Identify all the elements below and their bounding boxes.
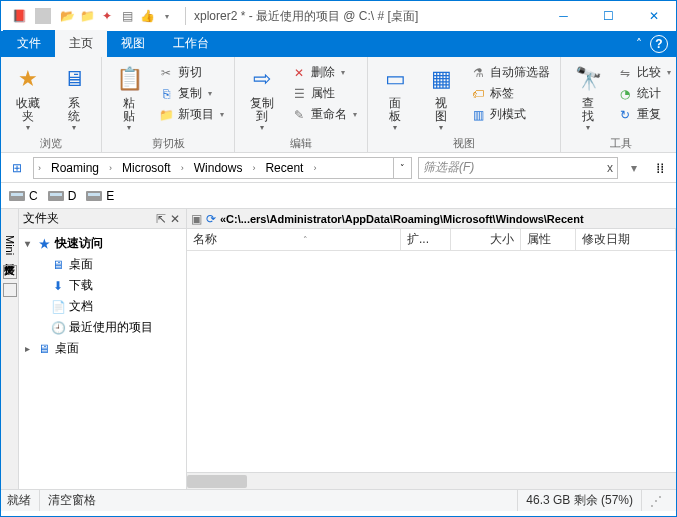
stats-button[interactable]: ◔统计	[613, 84, 675, 103]
tree-quick-access[interactable]: ▾★快速访问	[21, 233, 184, 254]
properties-icon: ☰	[291, 86, 307, 102]
thumbs-up-icon[interactable]: 👍	[139, 8, 155, 24]
drive-bar: C D E	[1, 183, 676, 209]
view-button[interactable]: ▦ 视 图 ▾	[420, 61, 462, 132]
favorites-button[interactable]: ★ 收藏 夹 ▾	[7, 61, 49, 132]
copyto-icon: ⇨	[246, 63, 278, 95]
repeat-button[interactable]: ↻重复	[613, 105, 675, 124]
window-title: xplorer2 * - 最近使用的项目 @ C:\ # [桌面]	[190, 8, 541, 25]
drive-c[interactable]: C	[9, 189, 38, 203]
horizontal-scrollbar[interactable]	[187, 472, 676, 489]
close-button[interactable]: ✕	[631, 1, 676, 31]
tree-desktop-root[interactable]: ▸🖥桌面	[21, 338, 184, 359]
refresh-icon[interactable]: ⟳	[206, 212, 216, 226]
status-disk: 46.3 GB 剩余 (57%)	[517, 490, 641, 511]
maximize-button[interactable]: ☐	[586, 1, 631, 31]
rename-icon: ✎	[291, 107, 307, 123]
compare-icon: ⇋	[617, 65, 633, 81]
tab-view[interactable]: 视图	[107, 30, 159, 57]
drive-d[interactable]: D	[48, 189, 77, 203]
view-icon: ▦	[425, 63, 457, 95]
tab-home[interactable]: 主页	[55, 30, 107, 57]
clear-filter-icon[interactable]: x	[607, 161, 613, 175]
compare-button[interactable]: ⇋比较▾	[613, 63, 675, 82]
close-pane-icon[interactable]: ✕	[168, 212, 182, 226]
path-bar: ▣ ⟳ «C:\...ers\Administrator\AppData\Roa…	[187, 209, 676, 229]
cut-button[interactable]: ✂剪切	[154, 63, 228, 82]
star-icon: ★	[12, 63, 44, 95]
copyto-button[interactable]: ⇨ 复制 到 ▾	[241, 61, 283, 132]
pin-icon[interactable]: ⇱	[154, 212, 168, 226]
help-button[interactable]: ?	[650, 35, 668, 53]
tree-desktop[interactable]: 🖥桌面	[21, 254, 184, 275]
status-clear[interactable]: 清空窗格	[39, 490, 104, 511]
ribbon-collapse-icon[interactable]: ˄	[628, 37, 650, 51]
new-item-button[interactable]: 📁新项目▾	[154, 105, 228, 124]
ribbon: ★ 收藏 夹 ▾ 🖥 系 统 ▾ 浏览 📋 粘 贴 ▾ ✂剪切 ⎘复制▾ 📁新项…	[1, 57, 676, 153]
drive-e[interactable]: E	[86, 189, 114, 203]
crumb-microsoft[interactable]: Microsoft	[116, 158, 177, 178]
group-tools: 🔭 查 找 ▾ ⇋比较▾ ◔统计 ↻重复 工具	[561, 57, 677, 152]
tree-documents[interactable]: 📄文档	[21, 296, 184, 317]
funnel-icon: ⚗	[470, 65, 486, 81]
qat-dropdown-icon[interactable]: ▾	[159, 8, 175, 24]
properties-button[interactable]: ☰属性	[287, 84, 361, 103]
file-list[interactable]	[187, 251, 676, 472]
column-headers: 名称˄ 扩... 大小 属性 修改日期	[187, 229, 676, 251]
status-ready: 就绪	[7, 492, 31, 509]
crumb-windows[interactable]: Windows	[188, 158, 249, 178]
filter-input[interactable]: 筛选器(F) x	[418, 157, 618, 179]
wand-icon[interactable]: ✦	[99, 8, 115, 24]
tab-workbench[interactable]: 工作台	[159, 30, 223, 57]
sidebar-slot-icon[interactable]	[3, 265, 17, 279]
system-button[interactable]: 🖥 系 统 ▾	[53, 61, 95, 132]
copy-button[interactable]: ⎘复制▾	[154, 84, 228, 103]
paste-button[interactable]: 📋 粘 贴 ▾	[108, 61, 150, 132]
breadcrumb-dropdown[interactable]: ˅	[393, 158, 411, 178]
chevron-icon[interactable]: ›	[34, 163, 45, 173]
find-button[interactable]: 🔭 查 找 ▾	[567, 61, 609, 132]
group-label: 视图	[368, 136, 560, 154]
color-grid-icon[interactable]: ⁞⁞	[650, 160, 670, 176]
sidebar-slot-icon[interactable]	[3, 283, 17, 297]
col-size[interactable]: 大小	[451, 229, 521, 250]
delete-button[interactable]: ✕删除▾	[287, 63, 361, 82]
folder-icon[interactable]: ▣	[191, 212, 202, 226]
folder-tree[interactable]: ▾★快速访问 🖥桌面 ⬇下载 📄文档 🕘最近使用的项目 ▸🖥桌面	[19, 229, 186, 489]
new-folder-icon: 📁	[158, 107, 174, 123]
tags-button[interactable]: 🏷标签	[466, 84, 554, 103]
autofilter-button[interactable]: ⚗自动筛选器	[466, 63, 554, 82]
rename-button[interactable]: ✎重命名▾	[287, 105, 361, 124]
minimize-button[interactable]: ─	[541, 1, 586, 31]
folder-tree-pane: 文件夹 ⇱ ✕ ▾★快速访问 🖥桌面 ⬇下载 📄文档 🕘最近使用的项目 ▸🖥桌面	[19, 209, 187, 489]
note-icon[interactable]: ▤	[119, 8, 135, 24]
breadcrumb-bar[interactable]: › Roaming› Microsoft› Windows› Recent› ˅	[33, 157, 412, 179]
nav-row: ⊞ › Roaming› Microsoft› Windows› Recent›…	[1, 153, 676, 183]
col-modified[interactable]: 修改日期	[576, 229, 676, 250]
col-ext[interactable]: 扩...	[401, 229, 451, 250]
status-resize-grip[interactable]: ⋰	[641, 490, 670, 511]
tab-file[interactable]: 文件	[3, 30, 55, 57]
tag-icon: 🏷	[470, 86, 486, 102]
current-path[interactable]: «C:\...ers\Administrator\AppData\Roaming…	[220, 213, 584, 225]
tree-recent[interactable]: 🕘最近使用的项目	[21, 317, 184, 338]
mini-tree-tab[interactable]: Mini树形文件夹	[1, 229, 18, 261]
star-icon: ★	[36, 236, 52, 252]
panel-button[interactable]: ▭ 面 板 ▾	[374, 61, 416, 132]
col-attr[interactable]: 属性	[521, 229, 576, 250]
colmode-button[interactable]: ▥列模式	[466, 105, 554, 124]
title-bar: 📕 📂 📁 ✦ ▤ 👍 ▾ xplorer2 * - 最近使用的项目 @ C:\…	[1, 1, 676, 31]
col-name[interactable]: 名称˄	[187, 229, 401, 250]
filter-funnel-icon[interactable]: ▾	[624, 161, 644, 175]
app-icon: 📕	[11, 8, 27, 24]
chart-icon: ◔	[617, 86, 633, 102]
tree-downloads[interactable]: ⬇下载	[21, 275, 184, 296]
drive-icon	[86, 191, 102, 201]
location-icon[interactable]: ⊞	[7, 161, 27, 175]
crumb-recent[interactable]: Recent	[259, 158, 309, 178]
folder-open-icon[interactable]: 📂	[59, 8, 75, 24]
folder-icon[interactable]: 📁	[79, 8, 95, 24]
crumb-roaming[interactable]: Roaming	[45, 158, 105, 178]
group-label: 工具	[561, 136, 677, 154]
scroll-thumb[interactable]	[187, 475, 247, 488]
